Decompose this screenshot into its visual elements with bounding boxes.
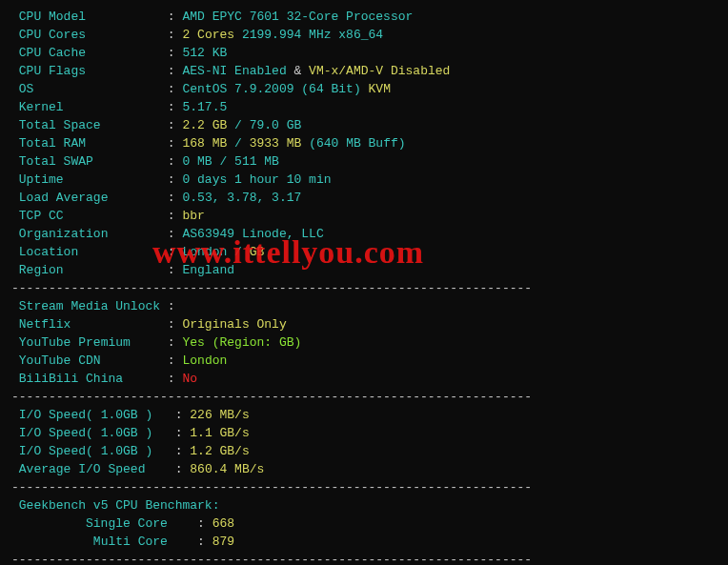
os-virt: KVM bbox=[369, 82, 391, 96]
ram-buff: (640 MB Buff) bbox=[309, 136, 405, 151]
region-label: Region bbox=[19, 263, 64, 277]
ytcdn-value: London bbox=[182, 353, 227, 368]
cpu-flags-label: CPU Flags bbox=[19, 64, 86, 78]
netflix-label: Netflix bbox=[19, 317, 71, 332]
uptime-label: Uptime bbox=[19, 172, 64, 187]
swap-label: Total SWAP bbox=[19, 154, 93, 169]
cpu-cores-count: 2 Cores bbox=[182, 28, 234, 42]
cpu-model-value: AMD EPYC 7601 32-Core Processor bbox=[182, 10, 413, 24]
kernel-value: 5.17.5 bbox=[182, 100, 227, 114]
cpu-cores-freq: 2199.994 MHz x86_64 bbox=[242, 28, 383, 42]
tcp-label: TCP CC bbox=[19, 209, 64, 223]
io1-value: 226 MB/s bbox=[190, 408, 249, 422]
divider: ----------------------------------------… bbox=[11, 279, 717, 297]
load-value: 0.53, 3.78, 3.17 bbox=[182, 191, 301, 205]
bili-value: No bbox=[182, 372, 197, 386]
loc-label: Location bbox=[19, 245, 78, 259]
ram-label: Total RAM bbox=[19, 136, 86, 151]
io1-label: I/O Speed( 1.0GB ) bbox=[19, 408, 152, 422]
os-value: CentOS 7.9.2009 (64 Bit) bbox=[182, 82, 360, 96]
cpu-flags-vmx: VM-x/AMD-V Disabled bbox=[309, 64, 450, 78]
gb-multi-label: Multi Core bbox=[93, 535, 168, 549]
gb-single-label: Single Core bbox=[86, 516, 168, 531]
io3-label: I/O Speed( 1.0GB ) bbox=[19, 444, 152, 458]
ytp-label: YouTube Premium bbox=[19, 335, 131, 350]
region-value: England bbox=[182, 263, 234, 277]
io2-value: 1.1 GB/s bbox=[190, 426, 249, 440]
cpu-cache-label: CPU Cache bbox=[19, 46, 86, 60]
bili-label: BiliBili China bbox=[19, 372, 123, 386]
io2-label: I/O Speed( 1.0GB ) bbox=[19, 426, 152, 440]
space-total: 79.0 GB bbox=[250, 118, 302, 132]
cpu-cache-value: 512 KB bbox=[182, 46, 227, 60]
space-label: Total Space bbox=[19, 118, 101, 132]
cpu-model-label: CPU Model bbox=[19, 10, 86, 24]
terminal-output: CPU Model : AMD EPYC 7601 32-Core Proces… bbox=[11, 8, 717, 565]
gb-single-value: 668 bbox=[212, 516, 234, 531]
netflix-value: Originals Only bbox=[182, 317, 286, 332]
ram-total: 3933 MB bbox=[250, 136, 302, 151]
org-value: AS63949 Linode, LLC bbox=[182, 227, 323, 241]
divider: ----------------------------------------… bbox=[11, 551, 717, 565]
ram-used: 168 MB bbox=[182, 136, 227, 151]
tcp-value: bbr bbox=[182, 209, 204, 223]
loc-cc: GB bbox=[250, 245, 265, 259]
ytcdn-label: YouTube CDN bbox=[19, 353, 101, 368]
geekbench-header: Geekbench v5 CPU Benchmark: bbox=[19, 498, 220, 513]
divider: ----------------------------------------… bbox=[11, 388, 717, 406]
io-avg-label: Average I/O Speed bbox=[19, 462, 146, 476]
os-label: OS bbox=[19, 82, 34, 96]
swap-total: 511 MB bbox=[234, 154, 279, 169]
cpu-flags-aes: AES-NI Enabled bbox=[182, 64, 286, 78]
space-used: 2.2 GB bbox=[182, 118, 227, 132]
uptime-value: 0 days 1 hour 10 min bbox=[182, 172, 331, 187]
io3-value: 1.2 GB/s bbox=[190, 444, 249, 458]
org-label: Organization bbox=[19, 227, 109, 241]
gb-multi-value: 879 bbox=[212, 535, 234, 549]
divider: ----------------------------------------… bbox=[11, 478, 717, 496]
load-label: Load Average bbox=[19, 191, 109, 205]
swap-used: 0 MB bbox=[182, 154, 212, 169]
io-avg-value: 860.4 MB/s bbox=[190, 462, 264, 476]
stream-header: Stream Media Unlock bbox=[19, 299, 160, 313]
cpu-cores-label: CPU Cores bbox=[19, 28, 86, 42]
loc-city: London bbox=[182, 245, 227, 259]
kernel-label: Kernel bbox=[19, 100, 64, 114]
ytp-value: Yes (Region: GB) bbox=[182, 335, 301, 350]
